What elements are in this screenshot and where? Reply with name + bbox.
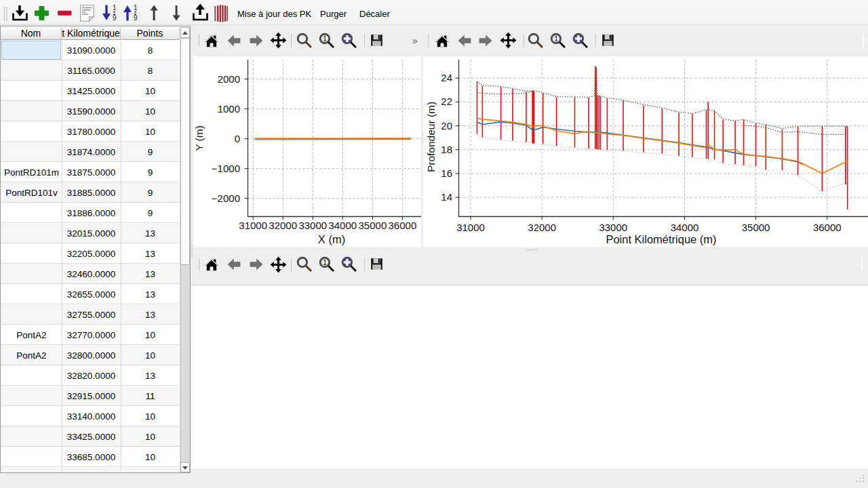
svg-text:1000: 1000 [218,103,240,115]
svg-text:31000: 31000 [239,220,267,231]
svg-text:32000: 32000 [269,220,297,231]
svg-text:Point Kilométrique (m): Point Kilométrique (m) [606,233,716,245]
svg-text:34000: 34000 [671,222,699,233]
svg-text:0: 0 [235,133,240,144]
svg-text:1: 1 [134,4,138,12]
svg-text:Y (m): Y (m) [193,125,205,151]
svg-text:36000: 36000 [813,222,842,233]
svg-text:1: 1 [113,4,117,12]
svg-text:22: 22 [441,96,452,107]
svg-text:−2000: −2000 [212,192,240,204]
svg-text:X (m): X (m) [318,233,345,245]
svg-text:33000: 33000 [298,220,327,231]
svg-text:24: 24 [441,72,452,83]
svg-text:36000: 36000 [389,220,417,231]
svg-text:2000: 2000 [218,73,240,85]
svg-text:9: 9 [113,14,117,22]
svg-text:9: 9 [134,14,138,22]
svg-text:35000: 35000 [742,222,770,233]
svg-text:35000: 35000 [359,220,387,231]
svg-text:16: 16 [441,167,452,179]
svg-text:−1000: −1000 [212,163,240,174]
svg-text:32000: 32000 [528,222,556,233]
svg-text:34000: 34000 [328,220,357,231]
svg-text:18: 18 [441,144,452,155]
svg-text:Profondeur (m): Profondeur (m) [425,102,437,172]
svg-text:20: 20 [441,120,452,131]
svg-text:31000: 31000 [456,222,485,233]
svg-text:14: 14 [441,191,452,203]
svg-text:33000: 33000 [599,222,627,233]
